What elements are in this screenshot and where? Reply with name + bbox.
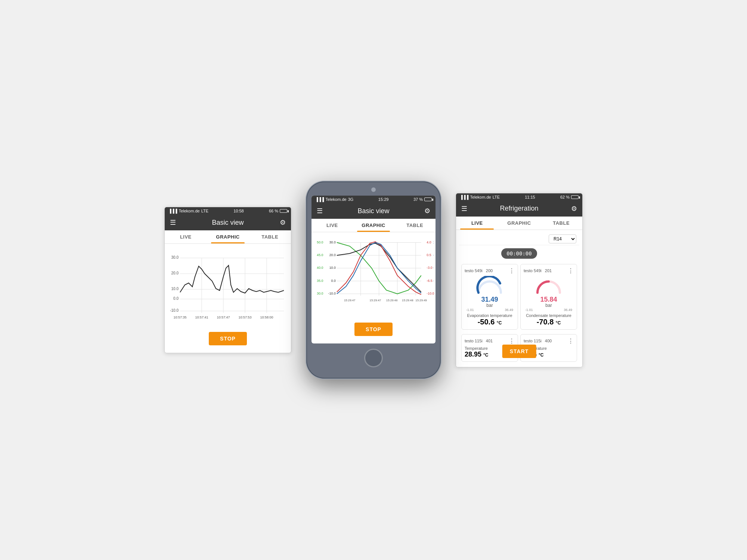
svg-text:35.0: 35.0 [317,279,323,283]
svg-text:10.0: 10.0 [329,266,336,270]
right-timer-badge: 00:00:00 [501,248,537,259]
right-bottom-dots-1[interactable]: ⋮ [568,337,574,345]
center-network: 3G [348,197,354,202]
right-sensor-card-1: testo 549i 201 ⋮ 15.84 bar [520,264,577,330]
left-tab-live[interactable]: LIVE [165,230,207,243]
left-title: Basic view [212,219,244,227]
svg-text:50.0: 50.0 [317,240,323,244]
left-chart-area: 30.0 20.0 10.0 0.0 -10.0 10:57:35 [165,244,291,326]
left-carrier: Telekom.de [179,209,199,213]
left-network: LTE [201,209,208,213]
center-title: Basic view [357,207,389,215]
svg-text:0.0: 0.0 [331,279,336,283]
svg-text:10:57:53: 10:57:53 [238,315,251,319]
svg-text:30.0: 30.0 [329,240,336,244]
svg-text:-10.0: -10.0 [170,308,179,312]
right-app-header: ☰ Refrigeration ⚙ [456,201,582,217]
right-gauge-0 [475,276,505,295]
right-phone: ▐▐▐ Telekom.de LTE 11:15 62 % ☰ Refriger… [456,193,583,367]
left-status-bar: ▐▐▐ Telekom.de LTE 10:58 66 % [165,207,291,215]
center-battery-icon [424,197,432,201]
center-gear-icon[interactable]: ⚙ [424,207,430,215]
center-hamburger-icon[interactable]: ☰ [317,207,323,215]
scene: ▐▐▐ Telekom.de LTE 10:58 66 % ☰ Basic vi… [37,181,710,379]
left-hamburger-icon[interactable]: ☰ [170,218,176,227]
right-signal-icon: ▐▐▐ [460,195,468,199]
left-phone: ▐▐▐ Telekom.de LTE 10:58 66 % ☰ Basic vi… [164,207,291,353]
left-chart-svg: 30.0 20.0 10.0 0.0 -10.0 10:57:35 [167,248,289,322]
svg-text:-4.0: -4.0 [433,279,434,283]
svg-text:10:57:35: 10:57:35 [173,315,186,319]
right-sensor-range-0: -1.0136.49 [465,308,515,312]
left-stop-button[interactable]: STOP [209,332,247,345]
right-start-button[interactable]: START [502,345,536,358]
svg-text:12.0: 12.0 [433,240,434,244]
center-chart-svg: 50.0 45.0 40.0 35.0 30.0 30.0 20.0 10.0 … [313,234,434,313]
center-phone-screen: ▐▐▐ Telekom.de 3G 15:29 37 % ☰ Ba [311,196,436,343]
svg-text:-10.0: -10.0 [427,292,434,295]
right-battery-icon [571,195,579,199]
right-sensor-label-1: Condensate temperature [524,313,574,318]
right-gear-icon[interactable]: ⚙ [571,205,577,213]
svg-text:30.0: 30.0 [171,255,179,259]
right-sensor-dots-0[interactable]: ⋮ [509,267,515,274]
right-bottom-header-1: testo 115i 400 ⋮ [524,337,574,345]
svg-text:40.0: 40.0 [317,266,323,270]
right-sensor-device-1: testo 549i 201 [524,268,552,273]
right-tab-table[interactable]: TABLE [540,217,582,230]
center-signal-icon: ▐▐▐ [315,197,324,202]
center-tab-graphic[interactable]: GRAPHIC [353,219,394,232]
right-bottom-header-0: testo 115i 401 ⋮ [465,337,515,345]
center-tab-table[interactable]: TABLE [394,219,436,232]
svg-text:10:58:00: 10:58:00 [260,315,273,319]
center-tab-live[interactable]: LIVE [311,219,353,232]
center-tabs: LIVE GRAPHIC TABLE [311,219,436,232]
right-sensor-header-0: testo 549i 200 ⋮ [465,267,515,274]
left-battery-icon [280,209,287,213]
right-live-content: R14 R22 R134a 00:00:00 testo 549i 200 ⋮ [456,230,582,367]
center-phone-body: ▐▐▐ Telekom.de 3G 15:29 37 % ☰ Ba [306,181,441,379]
right-sensor-dots-1[interactable]: ⋮ [568,267,574,274]
right-battery-pct: 62 % [560,195,570,199]
right-dropdown-row: R14 R22 R134a [459,233,579,245]
svg-text:0.0: 0.0 [173,296,179,301]
left-time: 10:58 [233,209,244,213]
right-network: LTE [493,195,500,199]
svg-text:15:29:47: 15:29:47 [370,299,381,302]
center-carrier: Telekom.de [325,197,346,202]
svg-text:30.0: 30.0 [317,292,323,295]
right-sensor-value-1: 15.84 [524,296,574,303]
right-bottom-device-0: testo 115i 401 [465,339,493,343]
svg-text:10:57:47: 10:57:47 [217,315,230,319]
right-status-bar: ▐▐▐ Telekom.de LTE 11:15 62 % [456,193,582,201]
right-tabs: LIVE GRAPHIC TABLE [456,217,582,230]
right-bottom-device-1: testo 115i 400 [524,339,552,343]
left-tab-graphic[interactable]: GRAPHIC [207,230,249,243]
center-phone-wrapper: ▐▐▐ Telekom.de 3G 15:29 37 % ☰ Ba [306,181,441,379]
right-sensor-header-1: testo 549i 201 ⋮ [524,267,574,274]
right-sensor-unit-0: bar [465,303,515,308]
svg-text:20.0: 20.0 [329,253,336,257]
right-gauge-svg-0 [475,276,505,295]
right-gauge-1 [534,276,564,295]
right-time: 11:15 [525,195,535,199]
svg-text:-0.0: -0.0 [433,266,434,270]
svg-text:15:29:48: 15:29:48 [402,299,413,302]
right-tab-live[interactable]: LIVE [456,217,498,230]
right-bottom-dots-0[interactable]: ⋮ [509,337,515,345]
left-tab-table[interactable]: TABLE [249,230,291,243]
left-gear-icon[interactable]: ⚙ [280,218,286,227]
right-hamburger-icon[interactable]: ☰ [461,205,467,213]
center-phone-home-button[interactable] [364,349,383,367]
svg-text:10:57:41: 10:57:41 [195,315,208,319]
right-tab-graphic[interactable]: GRAPHIC [498,217,540,230]
right-refrigerant-dropdown[interactable]: R14 R22 R134a [549,234,576,243]
center-app-header: ☰ Basic view ⚙ [311,203,436,219]
right-sensor-value-0: 31.49 [465,296,515,303]
right-sensor-range-1: -1.0136.49 [524,308,574,312]
right-sensor-device-0: testo 549i 200 [465,268,493,273]
right-sensor-temp-0: -50.6 °C [465,318,515,326]
center-chart-area: 50.0 45.0 40.0 35.0 30.0 30.0 20.0 10.0 … [311,232,436,317]
center-stop-button[interactable]: STOP [354,323,393,336]
left-battery-pct: 66 % [269,209,278,213]
